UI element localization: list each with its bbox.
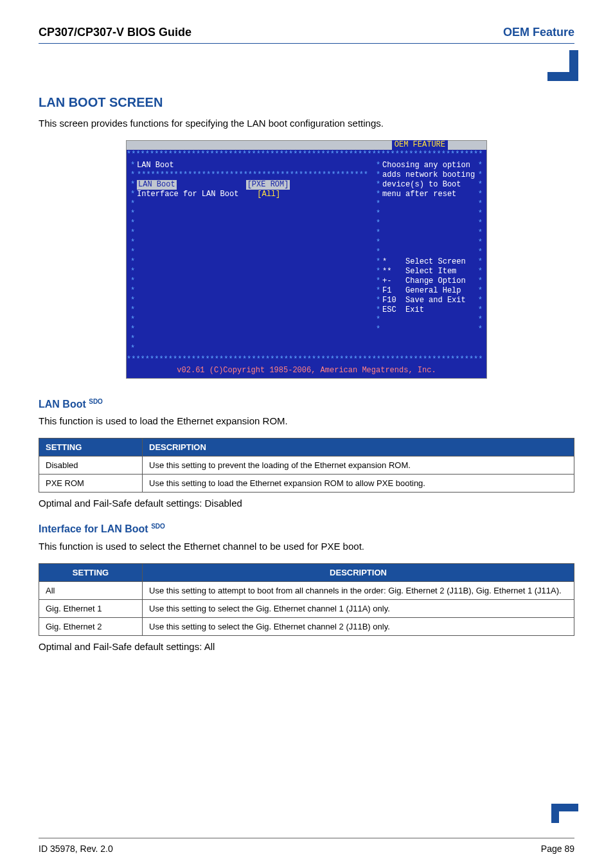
lanboot-desc: This function is used to load the Ethern… (39, 415, 574, 426)
iface-row2-setting: Gig. Ethernet 2 (39, 617, 143, 635)
section-title: LAN BOOT SCREEN (39, 95, 574, 110)
bios-border-bottom: ****************************************… (127, 355, 486, 365)
bios-nav-change: Change Option (405, 276, 466, 286)
bios-nav-screen-key: * (382, 257, 387, 267)
bios-nav-item: Select Item (405, 267, 456, 276)
bios-nav-exit: Exit (405, 305, 424, 315)
bios-help-line1: Choosing any option (382, 161, 470, 170)
iface-row2-desc: Use this setting to select the Gig. Ethe… (143, 617, 574, 635)
lanboot-row0-desc: Use this setting to prevent the loading … (143, 457, 574, 475)
bios-screenshot: OEM FEATURE ****************************… (126, 140, 487, 379)
lanboot-row1-setting: PXE ROM (39, 475, 143, 493)
bios-nav-save-key: F10 (382, 296, 396, 305)
bios-right-pane: *Choosing any option* *adds network boot… (372, 159, 486, 355)
bios-tab-label: OEM FEATURE (392, 140, 448, 150)
iface-th-setting: SETTING (39, 563, 143, 581)
bios-nav-item-key: ** (382, 267, 391, 276)
lanboot-row0-setting: Disabled (39, 457, 143, 475)
bios-help-line3: device(s) to Boot (382, 180, 461, 190)
bios-topbar: OEM FEATURE (127, 141, 486, 150)
svg-rect-3 (551, 804, 578, 811)
iface-row0-setting: All (39, 581, 143, 599)
bios-option-lanboot-label[interactable]: LAN Boot (137, 180, 177, 190)
lanboot-table: SETTING DESCRIPTION Disabled Use this se… (39, 438, 574, 493)
bios-nav-help-key: F1 (382, 286, 391, 296)
iface-table: SETTING DESCRIPTION All Use this setting… (39, 563, 574, 636)
section-intro: This screen provides functions for speci… (39, 118, 574, 129)
table-row: Disabled Use this setting to prevent the… (39, 457, 574, 475)
lanboot-row1-desc: Use this setting to load the Ethernet ex… (143, 475, 574, 493)
iface-row1-desc: Use this setting to select the Gig. Ethe… (143, 599, 574, 617)
bios-footer-copyright: v02.61 (C)Copyright 1985-2006, American … (127, 365, 486, 378)
bios-help-line4: menu after reset (382, 190, 456, 199)
iface-desc: This function is used to select the Ethe… (39, 541, 574, 552)
bios-nav-help: General Help (405, 286, 461, 296)
bios-heading: LAN Boot (137, 161, 174, 170)
footer-left: ID 35978, Rev. 2.0 (39, 844, 113, 854)
brand-logo (547, 50, 578, 81)
svg-rect-0 (569, 50, 578, 72)
footer-right: Page 89 (541, 844, 574, 854)
table-row: PXE ROM Use this setting to load the Eth… (39, 475, 574, 493)
header-title-right: OEM Feature (503, 26, 574, 39)
lanboot-th-setting: SETTING (39, 439, 143, 457)
table-row: All Use this setting to attempt to boot … (39, 581, 574, 599)
iface-row1-setting: Gig. Ethernet 1 (39, 599, 143, 617)
bios-nav-screen: Select Screen (405, 257, 466, 267)
iface-title: Interface for LAN Boot SDO (39, 523, 574, 535)
bios-nav-save: Save and Exit (405, 296, 466, 305)
table-row: Gig. Ethernet 1 Use this setting to sele… (39, 599, 574, 617)
lanboot-title: LAN Boot SDO (39, 398, 574, 410)
bios-left-pane: *LAN Boot ******************************… (127, 159, 372, 355)
iface-row0-desc: Use this setting to attempt to boot from… (143, 581, 574, 599)
iface-th-desc: DESCRIPTION (143, 563, 574, 581)
svg-rect-1 (547, 72, 578, 81)
bios-option-lanboot-value[interactable]: [PXE ROM] (246, 180, 290, 190)
bios-border-top: ****************************************… (127, 150, 486, 159)
iface-default-note: Optimal and Fail-Safe default settings: … (39, 641, 574, 652)
brand-logo-footer (551, 804, 578, 831)
bios-option-iface-label[interactable]: Interface for LAN Boot (137, 190, 238, 199)
lanboot-default-note: Optimal and Fail-Safe default settings: … (39, 498, 574, 509)
header-title-left: CP307/CP307-V BIOS Guide (39, 26, 191, 39)
lanboot-th-desc: DESCRIPTION (143, 439, 574, 457)
bios-help-line2: adds network booting (382, 170, 475, 180)
bios-nav-change-key: +- (382, 276, 391, 286)
table-row: Gig. Ethernet 2 Use this setting to sele… (39, 617, 574, 635)
bios-nav-exit-key: ESC (382, 305, 396, 315)
bios-option-iface-value[interactable]: [All] (257, 190, 280, 199)
